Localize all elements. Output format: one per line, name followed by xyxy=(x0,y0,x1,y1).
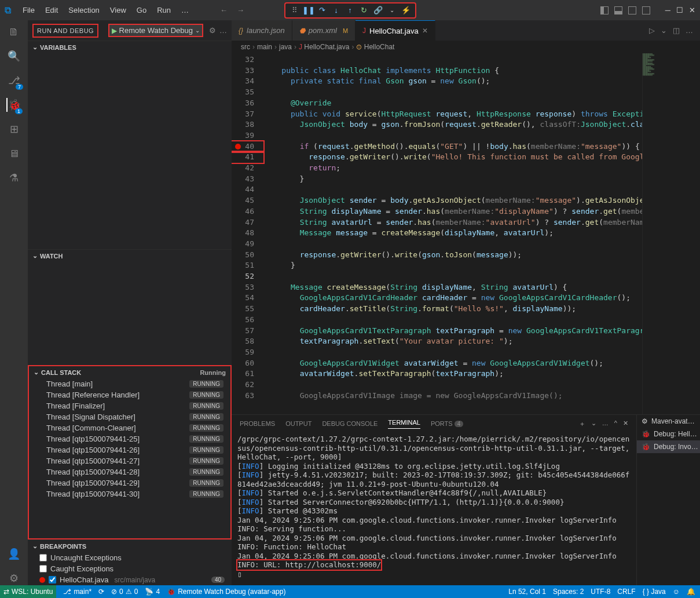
section-callstack[interactable]: ⌄CALL STACKRunning xyxy=(29,366,230,378)
extensions-icon[interactable]: ⊞ xyxy=(7,122,21,136)
bp-file-label[interactable]: HelloChat.java xyxy=(60,575,109,584)
minimap[interactable]: ████████████████████████████████████████… xyxy=(642,53,700,414)
thread-row[interactable]: Thread [Common-Cleaner]RUNNING xyxy=(29,422,230,433)
thread-row[interactable]: Thread [Finalizer]RUNNING xyxy=(29,400,230,411)
layout-right-icon[interactable] xyxy=(628,6,636,14)
more-icon[interactable]: … xyxy=(219,26,227,35)
thread-row[interactable]: Thread [qtp1500079441-29]RUNNING xyxy=(29,477,230,488)
git-branch[interactable]: ⎇ main* xyxy=(63,588,91,596)
tab-output[interactable]: OUTPUT xyxy=(285,420,311,427)
maximize-icon[interactable]: ☐ xyxy=(676,6,683,14)
bell-icon[interactable]: 🔔 xyxy=(687,588,695,596)
launch-config-selector[interactable]: ▶ Remote Watch Debug ⌄ xyxy=(108,24,203,37)
menu-file[interactable]: File xyxy=(18,3,39,17)
ports-forwarded[interactable]: 📡 4 xyxy=(145,588,160,596)
remote-indicator[interactable]: ⇄ WSL: Ubuntu xyxy=(0,585,56,598)
stop-icon[interactable]: ⚡ xyxy=(401,6,411,15)
restart-icon[interactable]: ↻ xyxy=(360,6,369,15)
tab-debug-console[interactable]: DEBUG CONSOLE xyxy=(322,420,378,427)
step-out-icon[interactable]: ↑ xyxy=(346,6,355,15)
nav-forward-icon[interactable]: → xyxy=(237,6,244,14)
terminal-item[interactable]: 🐞Debug: Invo… xyxy=(637,440,700,453)
thread-row[interactable]: Thread [main]RUNNING xyxy=(29,378,230,389)
tab-problems[interactable]: PROBLEMS xyxy=(240,420,275,427)
search-icon[interactable]: 🔍 xyxy=(7,49,21,63)
thread-row[interactable]: Thread [Reference Handler]RUNNING xyxy=(29,389,230,400)
step-into-icon[interactable]: ↓ xyxy=(332,6,341,15)
section-breakpoints[interactable]: ⌄BREAKPOINTS xyxy=(28,540,232,552)
editor-tab[interactable]: {}launch.json xyxy=(232,20,292,41)
menu-selection[interactable]: Selection xyxy=(64,3,104,17)
editor-body[interactable]: 3233343536373839404142434445464748495051… xyxy=(232,53,700,414)
split-editor-icon[interactable]: ◫ xyxy=(673,26,680,35)
hot-reload-menu-icon[interactable]: ⌄ xyxy=(387,6,397,15)
debug-icon[interactable]: 🐞1 xyxy=(6,98,20,112)
menu-more[interactable]: … xyxy=(177,3,193,17)
hot-reload-icon[interactable]: 🔗 xyxy=(373,6,383,15)
step-over-icon[interactable]: ↷ xyxy=(318,6,327,15)
scm-icon[interactable]: ⎇7 xyxy=(7,74,21,87)
layout-grid-icon[interactable] xyxy=(642,6,650,14)
bp-caught-checkbox[interactable] xyxy=(39,565,47,573)
terminal-item[interactable]: 🐞Debug: Hell… xyxy=(637,428,700,440)
more-editor-icon[interactable]: … xyxy=(686,26,693,35)
breadcrumb-item[interactable]: src xyxy=(241,43,250,51)
terminal-item[interactable]: ⚙Maven-avat… xyxy=(637,415,700,428)
errors-warnings[interactable]: ⊘ 0 ⚠ 0 xyxy=(111,588,138,596)
breadcrumb-item[interactable]: J HelloChat.java xyxy=(299,43,349,51)
bp-file-checkbox[interactable] xyxy=(49,576,56,584)
layout-bottom-icon[interactable] xyxy=(614,6,622,14)
breadcrumb-item[interactable]: main xyxy=(257,43,272,51)
start-debug-icon[interactable]: ▶ xyxy=(112,27,117,35)
new-terminal-icon[interactable]: ＋ xyxy=(579,420,585,428)
spaces-indicator[interactable]: Spaces: 2 xyxy=(553,588,584,596)
thread-row[interactable]: Thread [qtp1500079441-28]RUNNING xyxy=(29,466,230,477)
language-indicator[interactable]: { } Java xyxy=(643,588,666,596)
section-watch[interactable]: ⌄WATCH xyxy=(28,250,232,262)
code-content[interactable]: public class HelloChat implements HttpFu… xyxy=(263,53,642,414)
terminal-more-icon[interactable]: … xyxy=(602,420,609,428)
line-gutter[interactable]: 3233343536373839404142434445464748495051… xyxy=(232,53,263,414)
cursor-position[interactable]: Ln 52, Col 1 xyxy=(508,588,546,596)
thread-row[interactable]: Thread [qtp1500079441-27]RUNNING xyxy=(29,455,230,466)
close-panel-icon[interactable]: ✕ xyxy=(623,420,628,428)
drag-handle-icon[interactable]: ⠿ xyxy=(290,6,299,15)
terminal-output[interactable]: /grpc/grpc-context/1.27.2/grpc-context-1… xyxy=(232,432,636,585)
editor-tab[interactable]: ⬣pom.xml xyxy=(292,20,356,41)
thread-row[interactable]: Thread [Signal Dispatcher]RUNNING xyxy=(29,411,230,422)
pause-icon[interactable]: ❚❚ xyxy=(304,6,313,15)
explorer-icon[interactable]: 🗎 xyxy=(7,25,21,39)
terminal-split-menu-icon[interactable]: ⌄ xyxy=(591,420,596,428)
close-tab-icon[interactable]: ✕ xyxy=(422,27,428,35)
thread-row[interactable]: Thread [qtp1500079441-25]RUNNING xyxy=(29,433,230,444)
settings-icon[interactable]: ⚙ xyxy=(7,571,21,585)
menu-run[interactable]: Run xyxy=(152,3,175,17)
menu-go[interactable]: Go xyxy=(132,3,151,17)
menu-view[interactable]: View xyxy=(105,3,131,17)
breadcrumb-item[interactable]: java xyxy=(279,43,292,51)
bp-uncaught-checkbox[interactable] xyxy=(39,554,47,561)
menu-edit[interactable]: Edit xyxy=(41,3,63,17)
test-icon[interactable]: ⚗ xyxy=(7,171,21,185)
eol-indicator[interactable]: CRLF xyxy=(617,588,635,596)
thread-row[interactable]: Thread [qtp1500079441-30]RUNNING xyxy=(29,488,230,499)
maximize-panel-icon[interactable]: ^ xyxy=(614,420,617,428)
breadcrumb-item[interactable]: ⊙ HelloChat xyxy=(356,43,394,51)
close-window-icon[interactable]: ✕ xyxy=(689,6,695,14)
feedback-icon[interactable]: ☺ xyxy=(673,588,680,596)
section-variables[interactable]: ⌄VARIABLES xyxy=(28,41,232,53)
tab-ports[interactable]: PORTS 4 xyxy=(431,420,463,427)
nav-back-icon[interactable]: ← xyxy=(220,6,228,14)
account-icon[interactable]: 👤 xyxy=(7,547,21,561)
sync-icon[interactable]: ⟳ xyxy=(98,588,104,596)
thread-row[interactable]: Thread [qtp1500079441-26]RUNNING xyxy=(29,444,230,455)
encoding-indicator[interactable]: UTF-8 xyxy=(591,588,610,596)
breadcrumb[interactable]: src›main›java›J HelloChat.java›⊙ HelloCh… xyxy=(232,41,700,53)
layout-left-icon[interactable] xyxy=(600,6,609,14)
remote-explorer-icon[interactable]: 🖥 xyxy=(7,147,21,161)
run-file-icon[interactable]: ▷ xyxy=(649,26,655,35)
chevron-down-icon[interactable]: ⌄ xyxy=(661,26,667,35)
tab-terminal[interactable]: TERMINAL xyxy=(388,419,420,429)
editor-tab[interactable]: JHelloChat.java✕ xyxy=(356,20,435,41)
gear-icon[interactable]: ⚙ xyxy=(209,26,216,35)
